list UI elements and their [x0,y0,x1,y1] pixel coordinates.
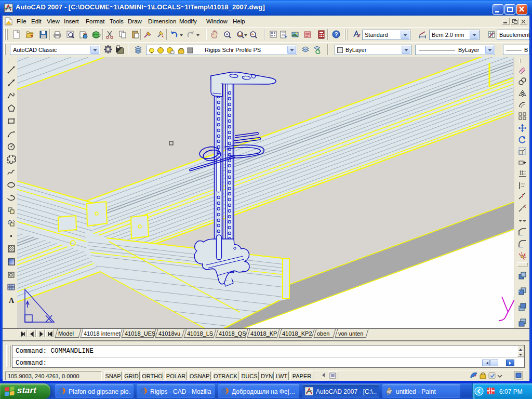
svg-text:A: A [9,297,15,304]
svg-text:?: ? [335,31,338,37]
